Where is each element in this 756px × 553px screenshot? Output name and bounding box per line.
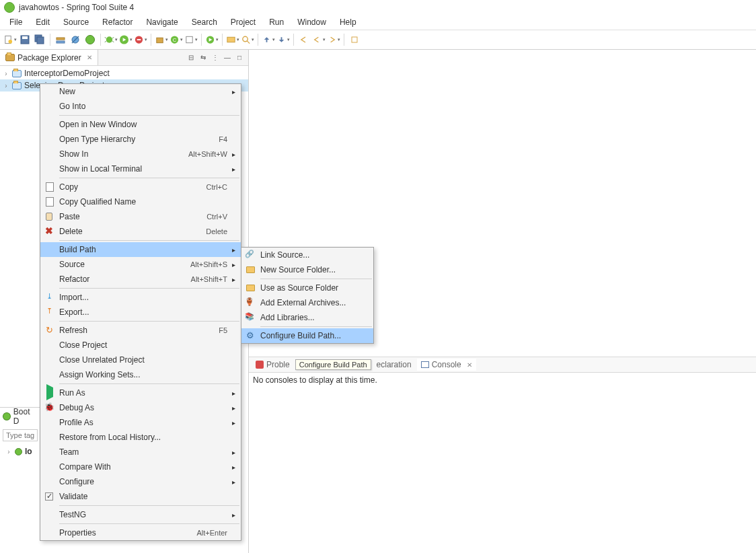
menu-edit[interactable]: Edit xyxy=(29,16,56,28)
menu-window[interactable]: Window xyxy=(291,16,333,28)
expand-icon[interactable]: › xyxy=(5,448,12,455)
next-annotation-button[interactable] xyxy=(276,33,290,46)
menu-item-close-unrelated-project[interactable]: Close Unrelated Project xyxy=(40,353,241,367)
launch-button[interactable] xyxy=(205,33,219,46)
forward-button[interactable] xyxy=(327,33,340,46)
menu-item-refactor[interactable]: RefactorAlt+Shift+T▸ xyxy=(40,272,241,287)
project-row[interactable]: › InterceptorDemoProject xyxy=(0,67,248,79)
maximize-icon[interactable]: □ xyxy=(235,53,244,63)
link-editor-icon[interactable]: ⇆ xyxy=(198,53,208,63)
console-label: Console xyxy=(432,360,461,369)
menu-item-new-source-folder[interactable]: New Source Folder... xyxy=(241,262,373,277)
save-all-button[interactable] xyxy=(33,33,46,46)
menu-item-build-path[interactable]: Build Path▸ xyxy=(40,242,241,257)
menu-item-label: Add Libraries... xyxy=(259,313,363,322)
toolbar-separator xyxy=(151,34,151,46)
menu-run[interactable]: Run xyxy=(262,16,291,28)
menu-item-show-in-local-terminal[interactable]: Show in Local Terminal▸ xyxy=(40,161,241,176)
last-edit-button[interactable] xyxy=(297,33,311,46)
menu-search[interactable]: Search xyxy=(185,16,224,28)
open-type-button[interactable] xyxy=(226,33,239,46)
menu-item-show-in[interactable]: Show InAlt+Shift+W▸ xyxy=(40,147,241,161)
menu-source[interactable]: Source xyxy=(56,16,96,28)
boot-item-icon xyxy=(15,448,22,455)
back-button[interactable] xyxy=(312,33,326,46)
collapse-all-icon[interactable]: ⊟ xyxy=(186,53,196,63)
declaration-tab[interactable]: eclaration xyxy=(373,359,416,371)
menu-item-export[interactable]: ⤒Export... xyxy=(40,305,241,320)
console-tab[interactable]: Console ✕ xyxy=(417,359,476,371)
menu-item-debug-as[interactable]: 🐞Debug As▸ xyxy=(40,400,241,415)
menu-item-label: Go Into xyxy=(58,102,230,111)
menu-item-new[interactable]: New▸ xyxy=(40,84,241,99)
menu-item-configure-build-path[interactable]: ⚙Configure Build Path... xyxy=(241,328,373,343)
toggle-breadcrumb-button[interactable] xyxy=(54,33,67,46)
menu-item-copy-qualified-name[interactable]: Copy Qualified Name xyxy=(40,194,241,209)
svg-line-11 xyxy=(105,37,106,38)
menu-help[interactable]: Help xyxy=(333,16,363,28)
close-icon[interactable]: ✕ xyxy=(87,54,92,61)
menu-item-label: Show in Local Terminal xyxy=(58,164,230,174)
project-folder-icon xyxy=(12,70,22,77)
prev-annotation-button[interactable] xyxy=(262,33,275,46)
menu-refactor[interactable]: Refactor xyxy=(96,16,139,28)
save-button[interactable] xyxy=(18,33,32,46)
new-package-button[interactable] xyxy=(155,33,168,46)
menu-file[interactable]: File xyxy=(3,16,29,28)
copy-icon xyxy=(40,183,58,191)
toolbar-separator xyxy=(201,34,202,46)
expand-icon[interactable]: › xyxy=(3,70,9,77)
menu-item-use-as-source-folder[interactable]: Use as Source Folder xyxy=(241,281,373,295)
menu-item-delete[interactable]: ✖DeleteDelete xyxy=(40,224,241,239)
menu-project[interactable]: Project xyxy=(224,16,262,28)
view-menu-icon[interactable]: ⋮ xyxy=(211,53,220,63)
boot-dash-filter-input[interactable] xyxy=(3,429,38,441)
menu-item-close-project[interactable]: Close Project xyxy=(40,338,241,353)
blank-icon xyxy=(40,244,58,255)
menu-item-assign-working-sets[interactable]: Assign Working Sets... xyxy=(40,367,241,382)
menu-item-open-type-hierarchy[interactable]: Open Type HierarchyF4 xyxy=(40,132,241,147)
search-button[interactable] xyxy=(241,33,254,46)
menu-item-validate[interactable]: Validate xyxy=(40,489,241,504)
menu-item-source[interactable]: SourceAlt+Shift+S▸ xyxy=(40,257,241,272)
menu-item-properties[interactable]: PropertiesAlt+Enter xyxy=(40,525,241,540)
menu-item-profile-as[interactable]: Profile As▸ xyxy=(40,415,241,430)
menu-item-add-libraries[interactable]: 📚Add Libraries... xyxy=(241,310,373,325)
menu-item-restore-from-local-history[interactable]: Restore from Local History... xyxy=(40,430,241,445)
boot-run-button[interactable] xyxy=(83,33,97,46)
svg-rect-22 xyxy=(186,36,192,42)
menu-item-add-external-archives[interactable]: 🏺Add External Archives... xyxy=(241,295,373,310)
problems-tab[interactable]: Proble xyxy=(252,359,294,371)
coverage-button[interactable] xyxy=(134,33,147,46)
menu-item-copy[interactable]: CopyCtrl+C xyxy=(40,180,241,194)
minimize-icon[interactable]: — xyxy=(223,53,232,63)
debug-button[interactable] xyxy=(104,33,118,46)
menu-item-testng[interactable]: TestNG▸ xyxy=(40,507,241,522)
menu-separator xyxy=(59,505,239,506)
new-class-button[interactable]: C xyxy=(169,33,183,46)
menu-item-link-source[interactable]: 🔗Link Source... xyxy=(241,248,373,262)
new-other-button[interactable] xyxy=(184,33,198,46)
pin-editor-button[interactable] xyxy=(348,33,361,46)
menu-item-refresh[interactable]: ↻RefreshF5 xyxy=(40,323,241,338)
menu-item-compare-with[interactable]: Compare With▸ xyxy=(40,459,241,474)
svg-text:C: C xyxy=(173,37,177,43)
menu-item-configure[interactable]: Configure▸ xyxy=(40,474,241,489)
package-explorer-tab[interactable]: Package Explorer ✕ xyxy=(0,50,98,65)
menu-item-team[interactable]: Team▸ xyxy=(40,445,241,459)
menu-item-paste[interactable]: PasteCtrl+V xyxy=(40,209,241,224)
expand-icon[interactable]: › xyxy=(3,82,9,89)
menu-item-run-as[interactable]: Run As▸ xyxy=(40,385,241,400)
blank-icon xyxy=(40,119,58,130)
menu-item-open-in-new-window[interactable]: Open in New Window xyxy=(40,117,241,132)
skip-breakpoints-button[interactable] xyxy=(69,33,82,46)
menu-item-import[interactable]: ⤓Import... xyxy=(40,290,241,305)
menu-item-go-into[interactable]: Go Into xyxy=(40,99,241,114)
close-icon[interactable]: ✕ xyxy=(467,361,472,369)
run-button[interactable] xyxy=(119,33,133,46)
new-button[interactable] xyxy=(3,33,17,46)
svg-rect-19 xyxy=(157,38,163,43)
svg-rect-18 xyxy=(137,39,141,40)
menu-navigate[interactable]: Navigate xyxy=(139,16,184,28)
submenu-arrow-icon: ▸ xyxy=(230,151,237,158)
